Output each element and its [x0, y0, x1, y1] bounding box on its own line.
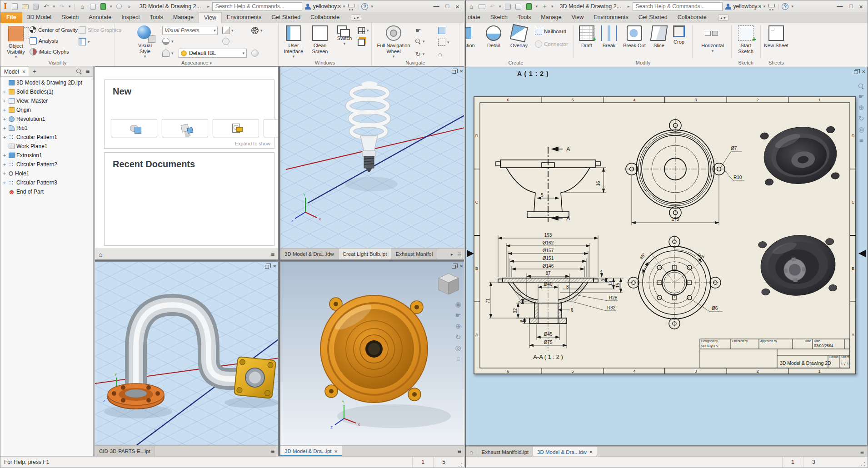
view-cube[interactable]: [439, 274, 459, 294]
browser-search-icon[interactable]: [76, 69, 82, 74]
home-view-button[interactable]: ⌂: [438, 50, 442, 58]
tab-view[interactable]: View: [566, 12, 589, 23]
tree-item-solid-bodies[interactable]: +Solid Bodies(1): [0, 87, 93, 96]
doc-tab-cid-parts[interactable]: CID-3D-PARTS-E...ipt: [95, 446, 155, 457]
tab-manage[interactable]: Manage: [536, 12, 566, 23]
full-navigation-wheel-button[interactable]: Full Navigation Wheel▾: [375, 24, 412, 60]
material-icon[interactable]: [525, 3, 533, 10]
new-window-button[interactable]: [358, 39, 365, 46]
new-drawing-button[interactable]: [213, 119, 259, 137]
tab-environments[interactable]: Environments: [589, 12, 633, 23]
new-part-button[interactable]: [111, 119, 157, 137]
appearance-override-icon[interactable]: [115, 3, 123, 10]
tree-item-view-master[interactable]: +View: Master: [0, 96, 93, 105]
tab-close-icon[interactable]: ×: [589, 449, 593, 455]
close-button[interactable]: ×: [455, 3, 459, 10]
draft-view-button[interactable]: +Draft: [576, 24, 598, 60]
imate-glyphs-button[interactable]: iMate Glyphs: [30, 48, 69, 55]
user-interface-button[interactable]: User Interface▾: [280, 24, 307, 60]
tile-restore-icon[interactable]: [854, 70, 858, 74]
tab-3d-model[interactable]: 3D Model: [22, 12, 57, 23]
nav-menu-icon[interactable]: ≡: [859, 137, 863, 144]
shadows-button[interactable]: ▾: [162, 38, 174, 45]
view-face-button[interactable]: [438, 27, 445, 34]
visual-presets-dropdown[interactable]: Visual Presets▾: [162, 26, 218, 35]
maximize-button[interactable]: □: [445, 3, 449, 10]
tab-get-started[interactable]: Get Started: [266, 12, 305, 23]
tab-collaborate[interactable]: Collaborate: [673, 12, 712, 23]
help-icon[interactable]: ?: [782, 3, 788, 10]
update-all-icon[interactable]: [515, 3, 522, 10]
section-view-button[interactable]: ection: [465, 24, 480, 60]
tab-scroll-icon[interactable]: ▸: [451, 252, 453, 257]
tab-sketch[interactable]: Sketch: [56, 12, 84, 23]
update-icon[interactable]: [504, 3, 512, 10]
tile-close-icon[interactable]: ×: [273, 263, 276, 269]
tile-restore-icon[interactable]: [452, 265, 456, 269]
store-cart-icon[interactable]: [768, 4, 775, 9]
tab-collaborate[interactable]: Collaborate: [305, 12, 344, 23]
qat-caret-icon[interactable]: ▾: [551, 4, 554, 9]
speaker-viewport[interactable]: ×: [280, 261, 464, 457]
zoom-button[interactable]: ▾: [415, 39, 425, 44]
pan-hand-icon[interactable]: ☛: [858, 93, 864, 100]
object-visibility-button[interactable]: Object Visibility▾: [3, 24, 29, 60]
material-caret-icon[interactable]: ▾: [536, 4, 538, 9]
home-icon[interactable]: ⌂: [99, 251, 102, 258]
speaker-canvas[interactable]: Y X Z: [280, 262, 464, 446]
section-views-button[interactable]: ▾: [79, 38, 90, 45]
start-sketch-button[interactable]: +Start Sketch: [734, 24, 758, 60]
print-icon[interactable]: [478, 3, 485, 10]
tab-environments[interactable]: Environments: [222, 12, 266, 23]
right-search-input[interactable]: [633, 2, 723, 11]
drawing-sheet[interactable]: 654321 654321 DCBA DCBA: [474, 96, 856, 374]
tile-close-icon[interactable]: ×: [862, 69, 865, 75]
visual-style-button[interactable]: Visual Style▾: [132, 24, 158, 60]
horizontal-button[interactable]: Horizontal▾: [697, 24, 728, 60]
light-bulb-viewport[interactable]: × Y X Z: [280, 66, 464, 260]
resize-grip[interactable]: [859, 460, 866, 467]
tree-item-end-of-part[interactable]: ⊗End of Part: [0, 187, 93, 196]
tile-windows-button[interactable]: ▾: [358, 27, 369, 34]
tile-close-icon[interactable]: ×: [459, 263, 463, 269]
ribbon-collapse-button[interactable]: ▴▾: [718, 15, 728, 21]
tab-inspect[interactable]: Inspect: [116, 12, 145, 23]
undo-icon[interactable]: ↶: [42, 3, 50, 10]
save-icon[interactable]: [32, 3, 39, 10]
analysis-button[interactable]: Analysis: [30, 37, 58, 45]
nailboard-view-button[interactable]: Nailboard: [535, 28, 566, 35]
doc-tab-exhaust[interactable]: Exhaust Manifol: [391, 249, 437, 259]
orbit-icon[interactable]: ↻: [858, 115, 864, 122]
help-icon[interactable]: ?: [361, 3, 368, 10]
tab-close-icon[interactable]: ×: [334, 448, 338, 454]
tab-sketch[interactable]: Sketch: [485, 12, 513, 23]
user-caret-icon[interactable]: ▾: [763, 4, 766, 9]
title-expand-icon[interactable]: ▸: [628, 4, 630, 9]
tab-menu-icon[interactable]: ≡: [271, 448, 274, 455]
qat-more-icon[interactable]: »: [126, 3, 133, 10]
home-icon[interactable]: ⌂: [466, 447, 477, 457]
tab-get-started[interactable]: Get Started: [634, 12, 673, 23]
center-of-gravity-button[interactable]: Center of Gravity: [30, 26, 78, 33]
pipe-viewport[interactable]: × Y X: [95, 261, 279, 457]
drawing-nav-bar[interactable]: ☛ ⊕ ↻ ◎ ≡: [858, 84, 864, 144]
browser-menu-icon[interactable]: ≡: [86, 68, 90, 75]
switch-windows-button[interactable]: Switch▾: [333, 24, 356, 60]
ribbon-collapse-button[interactable]: ▴▾: [351, 15, 361, 21]
viewport-nav-bar[interactable]: ◉ ☛ ⊕ ↻ ◎ ≡: [455, 301, 461, 362]
doc-tab-3d-model-part[interactable]: 3D Model & Dra...ipt×: [280, 446, 342, 457]
slice-button[interactable]: Slice: [649, 24, 668, 60]
isketch-icon[interactable]: [89, 3, 96, 10]
tab-menu-icon[interactable]: ≡: [458, 250, 461, 258]
pipe-canvas[interactable]: Y X Z: [95, 262, 279, 446]
drawing-viewport[interactable]: × A ( 1 : 2 ) ☛ ⊕ ↻ ◎ ≡: [466, 67, 868, 446]
zoom-icon[interactable]: ⊕: [455, 323, 461, 329]
zoom-window-icon[interactable]: [858, 84, 864, 89]
undo-caret-icon[interactable]: ▾: [53, 4, 55, 9]
tree-item-rib1[interactable]: +Rib1: [0, 124, 93, 133]
nav-wheel-icon[interactable]: ◉: [455, 301, 461, 308]
tree-item-circular-pattern1[interactable]: +Circular Pattern1: [0, 133, 93, 142]
tab-manage[interactable]: Manage: [168, 12, 199, 23]
help-caret-icon[interactable]: ▾: [371, 4, 373, 9]
pan-button[interactable]: ☛: [415, 27, 421, 34]
